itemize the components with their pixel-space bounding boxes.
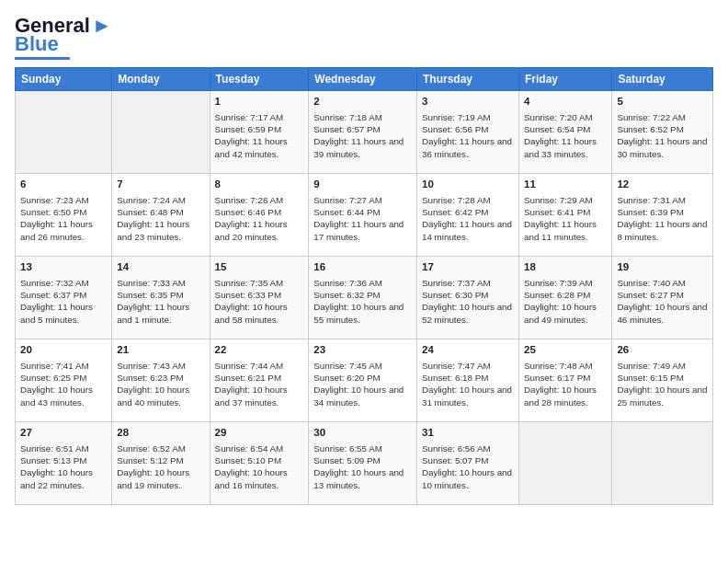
day-info: Sunrise: 7:45 AM Sunset: 6:20 PM Dayligh… <box>313 360 412 408</box>
day-info: Sunrise: 7:19 AM Sunset: 6:56 PM Dayligh… <box>422 111 514 160</box>
day-info: Sunrise: 7:33 AM Sunset: 6:35 PM Dayligh… <box>117 277 204 326</box>
day-cell: 3Sunrise: 7:19 AM Sunset: 6:56 PM Daylig… <box>416 91 518 174</box>
header-cell-thursday: Thursday <box>416 68 518 91</box>
day-number: 17 <box>422 260 514 275</box>
day-info: Sunrise: 7:26 AM Sunset: 6:46 PM Dayligh… <box>215 194 304 243</box>
day-number: 1 <box>215 95 304 109</box>
day-cell: 14Sunrise: 7:33 AM Sunset: 6:35 PM Dayli… <box>112 257 210 339</box>
day-number: 3 <box>422 95 514 109</box>
day-number: 9 <box>313 178 412 192</box>
day-number: 31 <box>422 426 514 441</box>
day-number: 10 <box>422 178 514 192</box>
day-info: Sunrise: 7:43 AM Sunset: 6:23 PM Dayligh… <box>117 360 204 408</box>
day-cell: 28Sunrise: 6:52 AM Sunset: 5:12 PM Dayli… <box>112 422 210 505</box>
day-number: 24 <box>422 343 514 358</box>
logo: General► Blue <box>15 15 112 60</box>
day-number: 26 <box>617 343 708 358</box>
week-row-4: 20Sunrise: 7:41 AM Sunset: 6:25 PM Dayli… <box>16 339 713 422</box>
day-cell: 19Sunrise: 7:40 AM Sunset: 6:27 PM Dayli… <box>612 257 713 339</box>
week-row-1: 1Sunrise: 7:17 AM Sunset: 6:59 PM Daylig… <box>16 91 713 174</box>
day-cell: 10Sunrise: 7:28 AM Sunset: 6:42 PM Dayli… <box>416 174 518 257</box>
day-number: 7 <box>117 178 204 192</box>
day-info: Sunrise: 7:17 AM Sunset: 6:59 PM Dayligh… <box>215 111 304 160</box>
day-number: 16 <box>313 260 412 275</box>
day-info: Sunrise: 7:18 AM Sunset: 6:57 PM Dayligh… <box>313 111 412 160</box>
day-cell: 29Sunrise: 6:54 AM Sunset: 5:10 PM Dayli… <box>210 422 309 505</box>
day-cell: 27Sunrise: 6:51 AM Sunset: 5:13 PM Dayli… <box>16 422 112 505</box>
day-info: Sunrise: 7:22 AM Sunset: 6:52 PM Dayligh… <box>617 111 708 160</box>
day-number: 4 <box>524 95 607 109</box>
day-cell: 5Sunrise: 7:22 AM Sunset: 6:52 PM Daylig… <box>612 91 713 174</box>
day-number: 13 <box>20 260 107 275</box>
day-info: Sunrise: 7:39 AM Sunset: 6:28 PM Dayligh… <box>524 277 607 326</box>
day-info: Sunrise: 7:23 AM Sunset: 6:50 PM Dayligh… <box>20 194 107 243</box>
day-info: Sunrise: 7:20 AM Sunset: 6:54 PM Dayligh… <box>524 111 607 160</box>
day-cell: 2Sunrise: 7:18 AM Sunset: 6:57 PM Daylig… <box>309 91 417 174</box>
week-row-5: 27Sunrise: 6:51 AM Sunset: 5:13 PM Dayli… <box>16 422 713 505</box>
logo-text2: Blue <box>15 33 59 55</box>
day-cell: 4Sunrise: 7:20 AM Sunset: 6:54 PM Daylig… <box>519 91 612 174</box>
day-number: 8 <box>215 178 304 192</box>
day-info: Sunrise: 7:41 AM Sunset: 6:25 PM Dayligh… <box>20 360 107 408</box>
day-cell <box>519 422 612 505</box>
day-info: Sunrise: 7:48 AM Sunset: 6:17 PM Dayligh… <box>524 360 607 408</box>
day-number: 6 <box>20 178 107 192</box>
day-cell: 9Sunrise: 7:27 AM Sunset: 6:44 PM Daylig… <box>309 174 417 257</box>
week-row-2: 6Sunrise: 7:23 AM Sunset: 6:50 PM Daylig… <box>16 174 713 257</box>
header-cell-tuesday: Tuesday <box>210 68 309 91</box>
day-cell: 20Sunrise: 7:41 AM Sunset: 6:25 PM Dayli… <box>16 339 112 422</box>
day-info: Sunrise: 6:52 AM Sunset: 5:12 PM Dayligh… <box>117 442 204 491</box>
day-info: Sunrise: 7:31 AM Sunset: 6:39 PM Dayligh… <box>617 194 708 243</box>
logo-underline <box>15 57 70 60</box>
day-cell <box>16 91 112 174</box>
day-number: 28 <box>117 426 204 441</box>
day-info: Sunrise: 7:24 AM Sunset: 6:48 PM Dayligh… <box>117 194 204 243</box>
day-number: 25 <box>524 343 607 358</box>
day-cell <box>112 91 210 174</box>
day-cell: 21Sunrise: 7:43 AM Sunset: 6:23 PM Dayli… <box>112 339 210 422</box>
day-cell: 13Sunrise: 7:32 AM Sunset: 6:37 PM Dayli… <box>16 257 112 339</box>
day-info: Sunrise: 6:51 AM Sunset: 5:13 PM Dayligh… <box>20 442 107 491</box>
day-cell: 30Sunrise: 6:55 AM Sunset: 5:09 PM Dayli… <box>309 422 417 505</box>
day-cell: 17Sunrise: 7:37 AM Sunset: 6:30 PM Dayli… <box>416 257 518 339</box>
day-number: 21 <box>117 343 204 358</box>
day-number: 22 <box>215 343 304 358</box>
day-cell: 25Sunrise: 7:48 AM Sunset: 6:17 PM Dayli… <box>519 339 612 422</box>
day-cell: 16Sunrise: 7:36 AM Sunset: 6:32 PM Dayli… <box>309 257 417 339</box>
day-info: Sunrise: 7:36 AM Sunset: 6:32 PM Dayligh… <box>313 277 412 326</box>
day-info: Sunrise: 7:44 AM Sunset: 6:21 PM Dayligh… <box>215 360 304 408</box>
day-info: Sunrise: 7:49 AM Sunset: 6:15 PM Dayligh… <box>617 360 708 408</box>
day-cell: 26Sunrise: 7:49 AM Sunset: 6:15 PM Dayli… <box>612 339 713 422</box>
day-number: 18 <box>524 260 607 275</box>
day-cell: 1Sunrise: 7:17 AM Sunset: 6:59 PM Daylig… <box>210 91 309 174</box>
day-cell: 7Sunrise: 7:24 AM Sunset: 6:48 PM Daylig… <box>112 174 210 257</box>
day-cell: 31Sunrise: 6:56 AM Sunset: 5:07 PM Dayli… <box>416 422 518 505</box>
day-cell: 24Sunrise: 7:47 AM Sunset: 6:18 PM Dayli… <box>416 339 518 422</box>
header-cell-sunday: Sunday <box>16 68 112 91</box>
day-info: Sunrise: 6:55 AM Sunset: 5:09 PM Dayligh… <box>313 442 412 491</box>
day-cell: 8Sunrise: 7:26 AM Sunset: 6:46 PM Daylig… <box>210 174 309 257</box>
day-number: 27 <box>20 426 107 441</box>
header-row: SundayMondayTuesdayWednesdayThursdayFrid… <box>16 68 713 91</box>
day-info: Sunrise: 7:35 AM Sunset: 6:33 PM Dayligh… <box>215 277 304 326</box>
day-cell: 15Sunrise: 7:35 AM Sunset: 6:33 PM Dayli… <box>210 257 309 339</box>
page-header: General► Blue <box>15 15 713 60</box>
day-number: 23 <box>313 343 412 358</box>
day-info: Sunrise: 7:32 AM Sunset: 6:37 PM Dayligh… <box>20 277 107 326</box>
day-number: 20 <box>20 343 107 358</box>
day-number: 11 <box>524 178 607 192</box>
day-info: Sunrise: 6:54 AM Sunset: 5:10 PM Dayligh… <box>215 442 304 491</box>
header-cell-monday: Monday <box>112 68 210 91</box>
day-number: 2 <box>313 95 412 109</box>
day-cell: 11Sunrise: 7:29 AM Sunset: 6:41 PM Dayli… <box>519 174 612 257</box>
day-number: 12 <box>617 178 708 192</box>
day-info: Sunrise: 7:40 AM Sunset: 6:27 PM Dayligh… <box>617 277 708 326</box>
day-info: Sunrise: 7:28 AM Sunset: 6:42 PM Dayligh… <box>422 194 514 243</box>
day-cell: 23Sunrise: 7:45 AM Sunset: 6:20 PM Dayli… <box>309 339 417 422</box>
day-cell <box>612 422 713 505</box>
day-number: 15 <box>215 260 304 275</box>
day-number: 30 <box>313 426 412 441</box>
day-cell: 22Sunrise: 7:44 AM Sunset: 6:21 PM Dayli… <box>210 339 309 422</box>
day-cell: 12Sunrise: 7:31 AM Sunset: 6:39 PM Dayli… <box>612 174 713 257</box>
header-cell-friday: Friday <box>519 68 612 91</box>
